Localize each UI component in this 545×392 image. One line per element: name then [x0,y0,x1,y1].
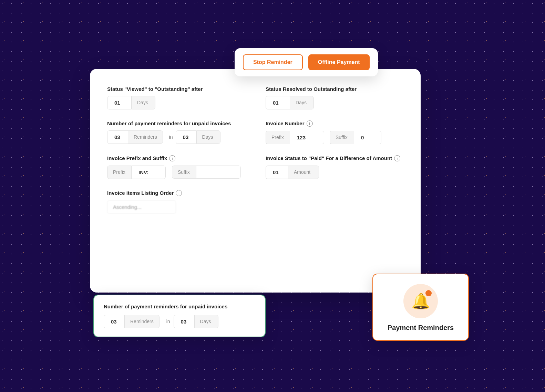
invoice-status-input-row: 01 Amount [266,166,403,179]
reminders-days-unit: Days [196,130,220,144]
inv-sfx-group: Suffix [172,166,241,179]
invoice-listing-info-icon[interactable]: i [176,190,182,196]
status-resolved-section: Status Resolved to Outstanding after 01 … [266,86,403,109]
main-settings-card: Status "Viewed" to "Outstanding" after 0… [90,69,421,293]
invoice-number-input-row: Prefix 123 Suffix 0 [266,131,403,144]
invoice-listing-label: Invoice items Listing Order i [107,190,245,196]
reminders-count-group: 03 Reminders [107,130,163,144]
reminders-unit: Reminders [128,130,163,144]
inv-sfx-label: Suffix [172,166,196,179]
payment-reminders-label: Number of payment reminders for unpaid i… [107,120,245,126]
status-viewed-unit: Days [131,96,155,109]
inv-pfx-label: Prefix [107,166,131,179]
status-resolved-input-group: 01 Days [266,96,314,109]
tooltip-days-group: 03 Days [174,315,218,328]
inv-pfx-group: Prefix INV: [107,166,166,179]
invoice-prefix-suffix-label: Invoice Prefix and Suffix i [107,155,245,161]
invoice-listing-section: Invoice items Listing Order i [107,190,245,214]
invoice-listing-input[interactable] [107,200,176,214]
invoice-number-label: Invoice Number i [266,120,403,127]
tooltip-reminders-group: 03 Reminders [104,315,160,328]
inv-suffix-group: Suffix 0 [330,131,381,144]
tooltip-card: Number of payment reminders for unpaid i… [93,295,266,337]
invoice-number-info-icon[interactable]: i [307,120,313,127]
payment-reminders-input-row: 03 Reminders in 03 Days [107,130,245,144]
invoice-number-section: Invoice Number i Prefix 123 Suffix 0 [266,120,403,144]
stop-reminder-button[interactable]: Stop Reminder [243,54,303,70]
inv-status-unit: Amount [288,166,319,179]
invoice-prefix-suffix-section: Invoice Prefix and Suffix i Prefix INV: … [107,155,245,179]
invoice-status-label: Invoice Status to "Paid" For a Differenc… [266,155,403,161]
payment-reminders-card: 🔔 Payment Reminders [372,274,469,341]
bell-circle: 🔔 [403,284,438,318]
status-viewed-input-group: 01 Days [107,96,155,109]
invoice-prefix-suffix-input-row: Prefix INV: Suffix [107,166,245,179]
payment-reminders-section: Number of payment reminders for unpaid i… [107,120,245,144]
tooltip-days-value: 03 [174,315,194,328]
tooltip-separator: in [166,319,170,324]
status-viewed-value[interactable]: 01 [107,96,131,109]
inv-prefix-group: Prefix 123 [266,131,324,144]
inv-prefix-value[interactable]: 123 [290,131,324,144]
tooltip-input-row: 03 Reminders in 03 Days [104,315,255,328]
reminders-value[interactable]: 03 [107,130,128,144]
reminders-separator: in [169,134,173,140]
status-viewed-label: Status "Viewed" to "Outstanding" after [107,86,245,92]
tooltip-reminders-unit: Reminders [124,315,160,328]
tooltip-reminders-value: 03 [104,315,124,328]
top-buttons-card: Stop Reminder Offline Payment [235,48,378,76]
reminders-days-group: 03 Days [176,130,220,144]
inv-sfx-value[interactable] [196,166,241,179]
inv-suffix-label: Suffix [330,131,354,144]
invoice-prefix-suffix-info-icon[interactable]: i [169,155,175,161]
inv-prefix-label: Prefix [266,131,290,144]
invoice-status-info-icon[interactable]: i [394,155,400,161]
scene-container: Stop Reminder Offline Payment Status "Vi… [66,41,479,351]
status-resolved-label: Status Resolved to Outstanding after [266,86,403,92]
status-viewed-section: Status "Viewed" to "Outstanding" after 0… [107,86,245,109]
inv-pfx-value[interactable]: INV: [131,166,166,179]
status-viewed-input-row: 01 Days [107,96,245,109]
status-resolved-value[interactable]: 01 [266,96,290,109]
invoice-status-section: Invoice Status to "Paid" For a Differenc… [266,155,403,179]
tooltip-days-unit: Days [194,315,218,328]
status-resolved-unit: Days [290,96,314,109]
inv-suffix-value[interactable]: 0 [354,131,381,144]
payment-reminders-label: Payment Reminders [388,324,454,332]
status-resolved-input-row: 01 Days [266,96,403,109]
tooltip-title: Number of payment reminders for unpaid i… [104,304,255,309]
bell-notification-dot [425,290,432,296]
offline-payment-button[interactable]: Offline Payment [308,54,370,70]
inv-status-group: 01 Amount [266,166,319,179]
reminders-days-value[interactable]: 03 [176,130,196,144]
inv-status-value[interactable]: 01 [266,166,288,179]
